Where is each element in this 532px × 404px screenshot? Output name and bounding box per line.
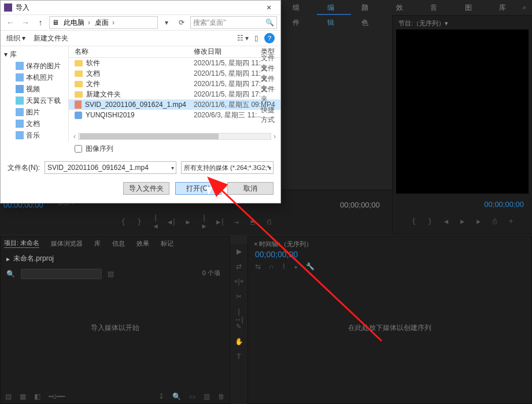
tab-audio[interactable]: 音频 (420, 0, 455, 15)
breadcrumb-dropdown-icon[interactable]: ▾ (160, 18, 173, 27)
sort-icon[interactable]: ↧ (158, 392, 164, 401)
freeform-icon[interactable]: ◧ (34, 392, 40, 401)
nav-back-icon[interactable]: ← (4, 16, 17, 29)
tree-item[interactable]: 音乐 (12, 129, 68, 141)
tree-item[interactable]: 天翼云下载 (12, 95, 68, 106)
bin-icon[interactable]: ▧ (108, 270, 114, 278)
open-button[interactable]: 打开(O) (175, 182, 221, 195)
filetype-filter[interactable]: 所有支持的媒体 (*.264;*.3G2;*.▾ (181, 161, 274, 174)
view-mode-icon[interactable]: ☷ ▾ (237, 34, 249, 42)
go-out-icon[interactable]: ▶| (216, 218, 224, 226)
tab-assembly[interactable]: 组件 (282, 0, 317, 15)
breadcrumb-root[interactable]: 此电脑 (64, 18, 90, 28)
tabs-overflow[interactable]: » (516, 3, 532, 12)
file-row[interactable]: 文档2020/11/5, 星期四 11:...文件夹 (69, 68, 280, 79)
tab-effects[interactable]: 效果 (386, 0, 420, 15)
tab-library[interactable]: 库 (489, 0, 516, 15)
tab-media[interactable]: 媒体浏览器 (51, 239, 83, 248)
file-list-scrollbar[interactable]: ‹ › (71, 132, 278, 140)
nav-up-icon[interactable]: ↑ (34, 16, 47, 29)
refresh-icon[interactable]: ⟳ (175, 18, 188, 27)
project-search-input[interactable] (21, 269, 102, 279)
tab-edit[interactable]: 编辑 (317, 0, 352, 15)
new-item-icon[interactable]: ▥ (204, 392, 210, 401)
search-icon[interactable]: 🔍 (6, 270, 15, 278)
ripple-edit-icon[interactable]: +|+ (234, 277, 244, 288)
nav-tree[interactable]: ▾ 库 保存的图片 本机照片 视频 天翼云下载 图片 文档 音乐 ▸ 网络 (1, 46, 69, 142)
organize-menu[interactable]: 组织 ▾ (6, 34, 25, 43)
close-icon[interactable]: × (261, 3, 277, 12)
tree-item[interactable]: 文档 (12, 118, 68, 129)
snap-icon[interactable]: ⇆ (255, 262, 261, 270)
tab-project[interactable]: 项目: 未命名 (4, 239, 39, 248)
help-icon[interactable]: ? (264, 33, 275, 43)
mark-in-icon[interactable]: { (410, 217, 418, 225)
play-icon[interactable]: ▶ (459, 217, 467, 225)
go-in-icon[interactable]: |◀ (152, 214, 160, 230)
col-name[interactable]: 名称 (75, 47, 194, 57)
list-view-icon[interactable]: ▤ (5, 392, 12, 401)
tree-item[interactable]: 图片 (12, 106, 68, 118)
slip-icon[interactable]: |↔| (234, 307, 244, 318)
icon-view-icon[interactable]: ▦ (20, 392, 26, 401)
tab-lib[interactable]: 库 (94, 239, 101, 248)
new-bin-icon[interactable]: ▭ (189, 392, 195, 401)
mark-out-icon[interactable]: } (426, 217, 434, 225)
file-row[interactable]: 软件2020/11/5, 星期四 11:...文件夹 (69, 58, 280, 68)
hand-icon[interactable]: ✋ (234, 338, 244, 348)
tab-markers[interactable]: 标记 (161, 239, 173, 248)
delete-icon[interactable]: 🗑 (218, 392, 225, 401)
col-date[interactable]: 修改日期 (194, 47, 261, 57)
file-row[interactable]: SVID_20201106_091624_1.mp42020/11/6, 星期五… (69, 99, 280, 110)
file-list-header[interactable]: 名称 修改日期 类型 (69, 46, 280, 58)
tree-libraries[interactable]: ▾ 库 (1, 49, 68, 60)
find-icon[interactable]: 🔍 (172, 392, 181, 401)
play-icon[interactable]: ▶ (184, 218, 192, 226)
preview-pane-icon[interactable]: ▯ (254, 34, 258, 42)
overwrite-icon[interactable]: ⬒ (249, 218, 257, 226)
file-row[interactable]: 文件2020/11/5, 星期四 17:...文件夹 (69, 79, 280, 89)
tab-info[interactable]: 信息 (112, 239, 125, 248)
tree-item[interactable]: 保存的图片 (12, 60, 68, 72)
marker-icon[interactable]: ⬥ (294, 262, 298, 270)
export-frame-icon[interactable]: ⎙ (265, 218, 273, 226)
type-icon[interactable]: T (234, 353, 244, 363)
breadcrumb-leaf[interactable]: 桌面 (95, 18, 114, 28)
file-row[interactable]: 新建文件夹2020/11/5, 星期四 17:...文件夹 (69, 89, 280, 99)
tree-item[interactable]: 本机照片 (12, 72, 68, 83)
mark-in-icon[interactable]: { (119, 218, 127, 226)
step-back-icon[interactable]: ◀| (168, 218, 176, 226)
filename-input[interactable]: SVID_20201106_091624_1.mp4▾ (45, 161, 176, 174)
tab-color[interactable]: 颜色 (351, 0, 386, 15)
timeline-tab[interactable]: × 时间轴:（无序列） (248, 236, 531, 249)
step-back-icon[interactable]: ◀ (442, 217, 450, 225)
file-list[interactable]: 名称 修改日期 类型 软件2020/11/5, 星期四 11:...文件夹文档2… (69, 46, 280, 142)
insert-icon[interactable]: ⇥ (232, 218, 241, 226)
export-frame-icon[interactable]: ⎙ (491, 217, 499, 225)
import-folder-button[interactable]: 导入文件夹 (123, 182, 169, 195)
selection-tool-icon[interactable]: ▶ (234, 247, 244, 258)
tab-graphics[interactable]: 图形 (455, 0, 489, 15)
mark-out-icon[interactable]: } (135, 218, 143, 226)
file-row[interactable]: YUNQISHI20192020/6/3, 星期三 11:...快捷方式 (69, 110, 280, 120)
image-sequence-input[interactable] (75, 145, 82, 153)
cancel-button[interactable]: 取消 (227, 182, 274, 195)
step-fwd-icon[interactable]: ▶ (475, 217, 483, 225)
wrench-icon[interactable]: + (507, 217, 515, 225)
razor-icon[interactable]: ✂ (234, 292, 244, 303)
tree-item[interactable]: 视频 (12, 83, 68, 95)
search-input[interactable]: 搜索"桌面" 🔍 (190, 16, 277, 29)
step-fwd-icon[interactable]: |▶ (200, 214, 208, 230)
scrollbar-thumb[interactable] (80, 134, 219, 139)
settings-icon[interactable]: 🔧 (306, 262, 315, 270)
track-select-icon[interactable]: ⇄ (234, 262, 244, 273)
breadcrumb[interactable]: 🖥 此电脑 桌面 (49, 16, 158, 29)
magnet-icon[interactable]: ∩ (269, 262, 274, 270)
link-icon[interactable]: ⌇ (282, 262, 286, 270)
pen-icon[interactable]: ✎ (234, 323, 244, 333)
image-sequence-checkbox[interactable]: 图像序列 (75, 144, 280, 154)
program-tab[interactable]: 节目:（无序列）▾ (393, 16, 532, 28)
zoom-slider[interactable]: ━o━━ (49, 392, 65, 401)
new-folder-button[interactable]: 新建文件夹 (34, 34, 68, 43)
tab-fx[interactable]: 效果 (136, 239, 149, 248)
